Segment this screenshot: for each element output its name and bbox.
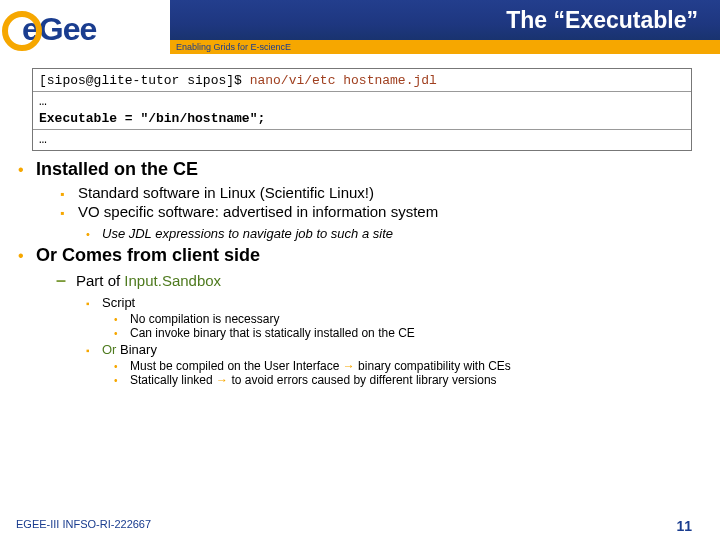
square-icon: ▪ [60, 206, 72, 220]
bullet-text: Or Binary [102, 342, 157, 357]
bullet-text: Statically linked → to avoid errors caus… [130, 373, 497, 387]
bullet-icon: • [18, 161, 30, 179]
slide-footer: EGEE-III INFSO-RI-222667 11 [0, 518, 720, 534]
bullet-text: VO specific software: advertised in info… [78, 203, 438, 220]
title-bar: The “Executable” [170, 0, 720, 40]
square-icon: ▪ [60, 187, 72, 201]
dot-icon: • [114, 328, 124, 339]
footer-ref: EGEE-III INFSO-RI-222667 [16, 518, 151, 534]
slide-body: • Installed on the CE ▪ Standard softwar… [18, 159, 700, 387]
bullet-heading: Or Comes from client side [36, 245, 260, 266]
dot-icon: • [114, 361, 124, 372]
shell-prompt: [sipos@glite-tutor sipos]$ [39, 73, 250, 88]
arrow-icon: → [216, 373, 228, 387]
dot-icon: • [114, 314, 124, 325]
shell-command: nano/vi/etc hostname.jdl [250, 73, 437, 88]
bullet-text: Can invoke binary that is statically ins… [130, 326, 415, 340]
bullet-text: No compilation is necessary [130, 312, 279, 326]
bullet-icon: • [18, 247, 30, 265]
slide-title: The “Executable” [506, 7, 698, 34]
bullet-text: Use JDL expressions to navigate job to s… [102, 226, 393, 241]
bullet-heading: Installed on the CE [36, 159, 198, 180]
code-divider [33, 129, 691, 130]
arrow-icon: → [343, 359, 355, 373]
bullet-text: Standard software in Linux (Scientific L… [78, 184, 374, 201]
code-ellipsis: … [39, 132, 685, 148]
code-ellipsis: … [39, 94, 685, 110]
code-line-exec: Executable = "/bin/hostname"; [39, 111, 685, 127]
bullet-text: Must be compiled on the User Interface →… [130, 359, 511, 373]
dash-icon: – [56, 270, 70, 291]
bullet-text: Part of Input.Sandbox [76, 272, 221, 289]
dot-icon: • [86, 228, 96, 240]
bullet-text: Script [102, 295, 135, 310]
square-icon: ▪ [86, 298, 96, 309]
page-number: 11 [676, 518, 692, 534]
slide-header: eGee The “Executable” Enabling Grids for… [0, 0, 720, 58]
code-line-prompt: [sipos@glite-tutor sipos]$ nano/vi/etc h… [39, 73, 685, 89]
square-icon: ▪ [86, 345, 96, 356]
logo-circle-icon [2, 11, 42, 51]
code-divider [33, 91, 691, 92]
code-block: [sipos@glite-tutor sipos]$ nano/vi/etc h… [32, 68, 692, 151]
egee-logo: eGee [8, 2, 156, 56]
dot-icon: • [114, 375, 124, 386]
slide-subtitle: Enabling Grids for E-sciencE [170, 40, 720, 54]
